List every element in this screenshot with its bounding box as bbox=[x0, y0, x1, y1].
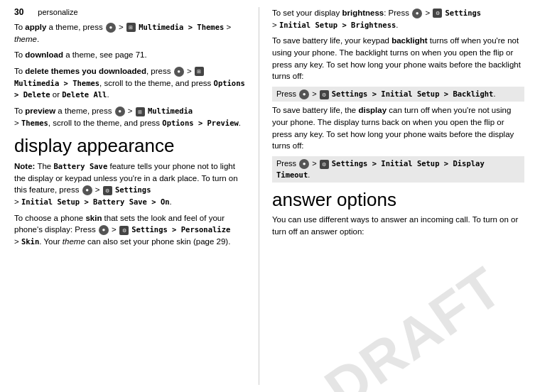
preview-theme-para: To preview a theme, press ● > ⊞ Multimed… bbox=[14, 105, 248, 129]
settings-icon1: ⚙ bbox=[103, 186, 112, 195]
backlight-bold: backlight bbox=[391, 36, 427, 45]
answer-options-heading: answer options bbox=[272, 190, 524, 210]
note-label: Note: bbox=[14, 162, 35, 170]
themes-label: Themes bbox=[21, 119, 48, 127]
page-number: 30 bbox=[14, 7, 23, 17]
backlight-press-line: Press ● > ⚙ Settings > Initial Setup > B… bbox=[272, 87, 524, 102]
settings-label1: Settings bbox=[115, 185, 151, 194]
page-container: 30 personalize To apply a theme, press ●… bbox=[0, 0, 535, 392]
delete-all: Delete All bbox=[62, 90, 107, 99]
multimedia-icon: ⊞ bbox=[126, 23, 136, 32]
skin-label: Skin bbox=[21, 237, 39, 246]
multimedia-label2: Multimedia > Themes bbox=[14, 79, 99, 87]
settings-icon3: ⚙ bbox=[433, 9, 442, 18]
settings-icon4: ⚙ bbox=[320, 90, 329, 99]
dot-button-icon3: ● bbox=[115, 107, 125, 116]
battery-save-label: Battery Save bbox=[53, 162, 107, 170]
settings-icon5: ⚙ bbox=[320, 160, 329, 169]
download-bold: download bbox=[25, 50, 63, 59]
skin-para: To choose a phone skin that sets the loo… bbox=[14, 212, 248, 248]
settings-label3: Settings bbox=[445, 9, 482, 17]
multimedia-icon3: ⊞ bbox=[136, 107, 145, 116]
note-para: Note: The Battery Save feature tells you… bbox=[14, 160, 248, 208]
skin-bold: skin bbox=[85, 214, 102, 222]
delete-bold: delete themes you downloaded bbox=[25, 67, 146, 75]
options-preview: Options > Preview bbox=[162, 119, 238, 127]
initial-setup-label1: Initial Setup > Battery Save > On bbox=[21, 197, 170, 206]
display-timeout-para: To save battery life, the display can tu… bbox=[272, 104, 524, 152]
display-appearance-heading: display appearance bbox=[14, 136, 248, 156]
dot-button-icon5: ● bbox=[99, 225, 109, 235]
apply-bold: apply bbox=[25, 23, 46, 31]
backlight-para: To save battery life, your keypad backli… bbox=[272, 35, 524, 82]
settings-icon2: ⚙ bbox=[119, 226, 129, 235]
dot-button-icon7: ● bbox=[299, 89, 309, 99]
page-number-area: 30 personalize bbox=[14, 7, 248, 17]
settings-label4: Settings > Initial Setup > Backlight bbox=[332, 89, 494, 98]
dot-button-icon4: ● bbox=[82, 185, 92, 195]
section-label: personalize bbox=[38, 8, 77, 16]
download-theme-para: To download a theme, see page 71. bbox=[14, 49, 248, 61]
apply-theme-para: To apply a theme, press ● > ⊞ Multimedia… bbox=[14, 21, 248, 45]
dot-button-icon6: ● bbox=[412, 9, 422, 18]
display-timeout-press-line: Press ● > ⚙ Settings > Initial Setup > D… bbox=[272, 156, 524, 183]
multimedia-label: Multimedia > Themes bbox=[139, 23, 224, 31]
brightness-para: To set your display brightness: Press ● … bbox=[272, 7, 524, 31]
dot-button-icon: ● bbox=[106, 23, 116, 33]
dot-button-icon8: ● bbox=[299, 159, 309, 169]
initial-setup-brightness: Initial Setup > Brightness bbox=[279, 21, 396, 29]
settings-label2: Settings > Personalize bbox=[131, 225, 230, 234]
multimedia-icon2: ⊞ bbox=[195, 67, 204, 76]
theme-italic: theme bbox=[14, 35, 37, 43]
answer-options-para: You can use different ways to answer an … bbox=[272, 214, 524, 237]
left-column: 30 personalize To apply a theme, press ●… bbox=[0, 7, 259, 385]
theme-italic2: theme bbox=[63, 237, 85, 246]
brightness-bold: brightness bbox=[342, 9, 384, 17]
multimedia-label3: Multimedia bbox=[148, 107, 193, 115]
dot-button-icon2: ● bbox=[174, 67, 184, 77]
delete-theme-para: To delete themes you downloaded, press ●… bbox=[14, 65, 248, 101]
preview-bold: preview bbox=[25, 107, 55, 115]
right-column: To set your display brightness: Press ● … bbox=[259, 7, 535, 385]
display-bold: display bbox=[358, 106, 387, 114]
